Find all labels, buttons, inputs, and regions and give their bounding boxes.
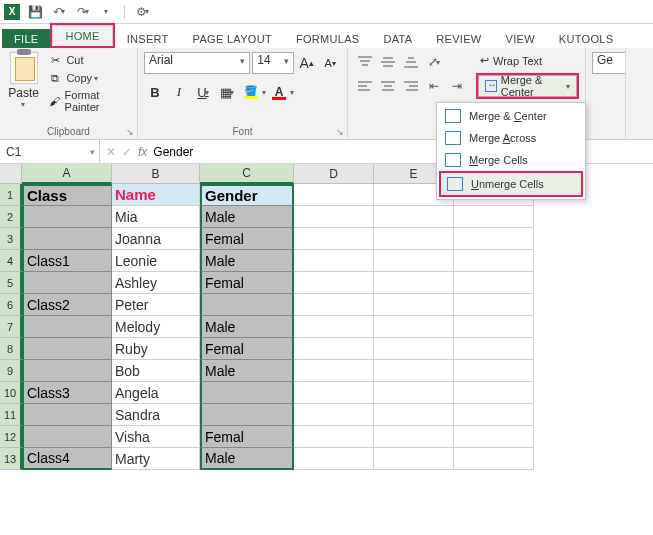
format-painter-button[interactable]: 🖌 Format Painter — [45, 88, 131, 114]
row-header[interactable]: 12 — [0, 426, 22, 448]
tab-review[interactable]: REVIEW — [424, 29, 493, 48]
cell[interactable] — [22, 404, 112, 426]
tab-kutools[interactable]: KUTOOLS — [547, 29, 625, 48]
cell[interactable] — [294, 382, 374, 404]
merge-center-button[interactable]: Merge & Center ▾ — [478, 75, 577, 97]
qat-customize[interactable]: ▾ — [98, 3, 116, 21]
row-header[interactable]: 13 — [0, 448, 22, 470]
cell[interactable]: Leonie — [112, 250, 200, 272]
cell[interactable]: Visha — [112, 426, 200, 448]
fill-color-button[interactable]: 🪣 — [240, 81, 262, 103]
cell[interactable]: Sandra — [112, 404, 200, 426]
increase-font-button[interactable]: A▴ — [296, 52, 318, 74]
cell[interactable]: Class3 — [22, 382, 112, 404]
cell[interactable] — [454, 404, 534, 426]
cell[interactable]: Femal — [200, 228, 294, 250]
cell-c1[interactable]: Gender — [200, 184, 294, 206]
align-top-button[interactable] — [354, 52, 376, 72]
cell[interactable] — [22, 316, 112, 338]
cell[interactable] — [454, 250, 534, 272]
cell[interactable]: Male — [200, 316, 294, 338]
cell[interactable] — [374, 228, 454, 250]
row-header[interactable]: 7 — [0, 316, 22, 338]
cell[interactable] — [294, 294, 374, 316]
cell[interactable] — [454, 316, 534, 338]
cell[interactable] — [374, 316, 454, 338]
tab-file[interactable]: FILE — [2, 29, 50, 48]
cell[interactable] — [374, 426, 454, 448]
cell[interactable] — [22, 338, 112, 360]
cell[interactable]: Peter — [112, 294, 200, 316]
tab-formulas[interactable]: FORMULAS — [284, 29, 372, 48]
cell[interactable] — [454, 360, 534, 382]
wrap-text-button[interactable]: ↩ Wrap Text — [476, 52, 579, 69]
cell[interactable]: Femal — [200, 426, 294, 448]
cell[interactable] — [454, 426, 534, 448]
cancel-icon[interactable]: ✕ — [106, 145, 116, 159]
cell[interactable] — [22, 228, 112, 250]
cell-a1[interactable]: Class — [22, 184, 112, 206]
number-format-select[interactable]: Ge — [592, 52, 626, 74]
cell[interactable]: Angela — [112, 382, 200, 404]
font-color-button[interactable]: A — [268, 81, 290, 103]
cell[interactable] — [374, 272, 454, 294]
cell[interactable] — [200, 382, 294, 404]
name-box[interactable]: C1 — [0, 140, 100, 163]
align-bottom-button[interactable] — [400, 52, 422, 72]
cell[interactable]: Class2 — [22, 294, 112, 316]
border-button[interactable]: ▦▾ — [216, 81, 238, 103]
cell[interactable]: Ashley — [112, 272, 200, 294]
select-all-corner[interactable] — [0, 164, 22, 184]
cell[interactable] — [374, 206, 454, 228]
cell[interactable] — [454, 228, 534, 250]
cell[interactable] — [200, 294, 294, 316]
cell[interactable] — [374, 404, 454, 426]
fx-icon[interactable]: fx — [138, 145, 147, 159]
increase-indent-button[interactable]: ⇥ — [446, 76, 468, 96]
col-header-d[interactable]: D — [294, 164, 374, 184]
row-header[interactable]: 5 — [0, 272, 22, 294]
spreadsheet-grid[interactable]: A B C D E F 1 Class Name Gender 2 Mia Ma… — [0, 164, 653, 470]
copy-button[interactable]: ⧉ Copy ▾ — [45, 70, 131, 86]
dialog-launcher-icon[interactable]: ↘ — [126, 127, 134, 137]
menu-merge-across[interactable]: Merge Across — [439, 127, 583, 149]
cell[interactable] — [294, 448, 374, 470]
cut-button[interactable]: ✂ Cut — [45, 52, 131, 68]
cell[interactable] — [454, 294, 534, 316]
cell[interactable] — [294, 184, 374, 206]
tab-page-layout[interactable]: PAGE LAYOUT — [181, 29, 284, 48]
menu-merge-cells[interactable]: Merge Cells — [439, 149, 583, 171]
row-header[interactable]: 9 — [0, 360, 22, 382]
cell[interactable]: Male — [200, 250, 294, 272]
underline-button[interactable]: U▾ — [192, 81, 214, 103]
font-size-select[interactable]: 14 — [252, 52, 294, 74]
col-header-a[interactable]: A — [22, 164, 112, 184]
cell[interactable] — [294, 206, 374, 228]
cell[interactable] — [374, 448, 454, 470]
cell[interactable] — [294, 272, 374, 294]
cell[interactable] — [294, 250, 374, 272]
cell[interactable] — [22, 426, 112, 448]
cell[interactable]: Ruby — [112, 338, 200, 360]
cell[interactable] — [294, 360, 374, 382]
cell[interactable] — [374, 360, 454, 382]
cell[interactable]: Male — [200, 206, 294, 228]
kutools-qat-icon[interactable]: ⚙▾ — [133, 3, 151, 21]
cell[interactable] — [294, 338, 374, 360]
cell[interactable]: Class4 — [22, 448, 112, 470]
cell[interactable] — [454, 448, 534, 470]
cell-b1[interactable]: Name — [112, 184, 200, 206]
row-header[interactable]: 8 — [0, 338, 22, 360]
align-right-button[interactable] — [400, 76, 422, 96]
cell[interactable]: Male — [200, 360, 294, 382]
cell[interactable] — [454, 338, 534, 360]
cell[interactable] — [294, 316, 374, 338]
col-header-b[interactable]: B — [112, 164, 200, 184]
cell[interactable] — [294, 426, 374, 448]
tab-data[interactable]: DATA — [371, 29, 424, 48]
tab-view[interactable]: VIEW — [494, 29, 547, 48]
cell[interactable]: Joanna — [112, 228, 200, 250]
row-header[interactable]: 1 — [0, 184, 22, 206]
fill-color-dropdown[interactable]: ▾ — [262, 88, 266, 97]
orientation-button[interactable]: ⤢▾ — [423, 52, 445, 72]
